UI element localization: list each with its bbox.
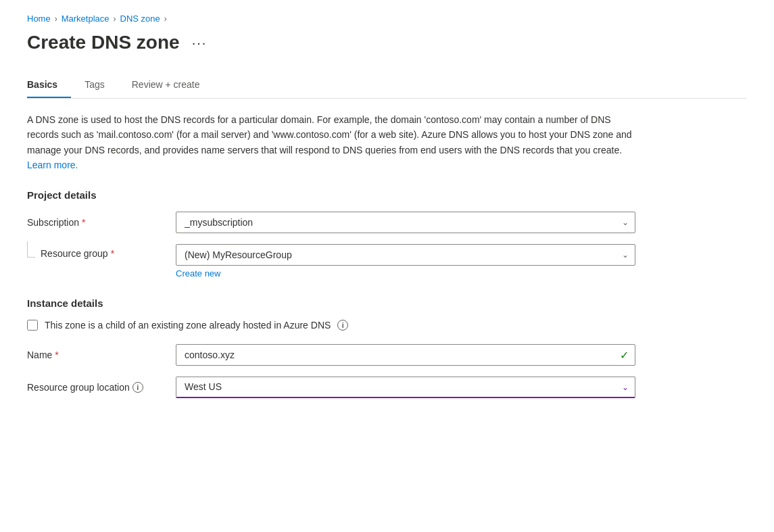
- breadcrumb-sep-2: ›: [114, 14, 116, 24]
- name-row: Name * ✓: [27, 344, 747, 366]
- resource-group-label-area: Resource group *: [27, 244, 162, 259]
- project-details-title: Project details: [27, 189, 747, 201]
- child-zone-checkbox[interactable]: [27, 320, 38, 331]
- subscription-required: *: [82, 217, 85, 228]
- resource-group-label: Resource group *: [27, 248, 114, 259]
- location-control: West US East US West Europe East Asia ⌄: [176, 377, 635, 398]
- resource-group-required: *: [111, 248, 114, 259]
- indent-line: [27, 241, 35, 258]
- resource-group-control: (New) MyResourceGroup ⌄ Create new: [176, 244, 635, 279]
- breadcrumb-dns-zone[interactable]: DNS zone: [120, 14, 160, 24]
- name-control: ✓: [176, 344, 635, 366]
- subscription-control: _mysubscription ⌄: [176, 212, 635, 233]
- subscription-label: Subscription *: [27, 217, 162, 228]
- resource-group-row: Resource group * (New) MyResourceGroup ⌄…: [27, 244, 747, 279]
- page-header: Create DNS zone ···: [27, 32, 747, 53]
- tab-review-create[interactable]: Review + create: [132, 72, 214, 98]
- resource-group-select-wrapper: (New) MyResourceGroup ⌄: [176, 244, 635, 266]
- tab-tags[interactable]: Tags: [84, 72, 118, 98]
- resource-group-select[interactable]: (New) MyResourceGroup: [176, 244, 635, 266]
- location-label: Resource group location i: [27, 382, 162, 393]
- breadcrumb-sep-3: ›: [164, 14, 167, 24]
- location-select[interactable]: West US East US West Europe East Asia: [176, 377, 635, 398]
- page-title: Create DNS zone: [27, 32, 180, 53]
- tab-bar: Basics Tags Review + create: [27, 72, 747, 99]
- child-zone-label: This zone is a child of an existing zone…: [45, 320, 331, 331]
- location-info-icon[interactable]: i: [132, 382, 143, 393]
- more-options-button[interactable]: ···: [188, 34, 212, 52]
- child-zone-row: This zone is a child of an existing zone…: [27, 320, 747, 331]
- breadcrumb: Home › Marketplace › DNS zone ›: [27, 14, 747, 24]
- subscription-select[interactable]: _mysubscription: [176, 212, 635, 233]
- create-new-link[interactable]: Create new: [176, 268, 220, 279]
- breadcrumb-sep-1: ›: [55, 14, 57, 24]
- child-zone-info-icon[interactable]: i: [337, 320, 348, 331]
- name-check-icon: ✓: [620, 348, 629, 361]
- breadcrumb-home[interactable]: Home: [27, 14, 51, 24]
- breadcrumb-marketplace[interactable]: Marketplace: [62, 14, 110, 24]
- name-input-wrapper: ✓: [176, 344, 635, 366]
- name-required: *: [55, 349, 58, 360]
- location-select-wrapper: West US East US West Europe East Asia ⌄: [176, 377, 635, 398]
- subscription-select-wrapper: _mysubscription ⌄: [176, 212, 635, 233]
- instance-details-title: Instance details: [27, 297, 747, 309]
- instance-details-section: Instance details This zone is a child of…: [27, 297, 747, 398]
- subscription-row: Subscription * _mysubscription ⌄: [27, 212, 747, 233]
- tab-basics[interactable]: Basics: [27, 72, 71, 98]
- learn-more-link[interactable]: Learn more.: [27, 160, 78, 170]
- project-details-section: Project details Subscription * _mysubscr…: [27, 189, 747, 279]
- name-input[interactable]: [176, 344, 635, 366]
- location-row: Resource group location i West US East U…: [27, 377, 747, 398]
- name-label: Name *: [27, 349, 162, 360]
- description-text: A DNS zone is used to host the DNS recor…: [27, 112, 635, 173]
